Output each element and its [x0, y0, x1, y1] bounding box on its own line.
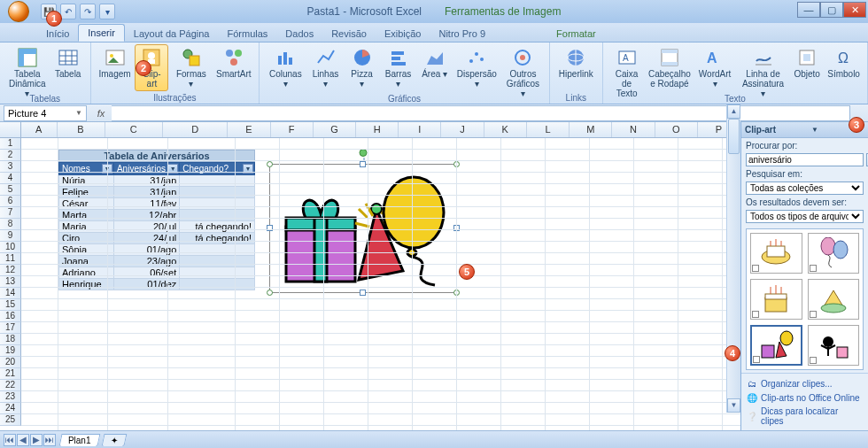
sheet-nav-last[interactable]: ⏭ — [43, 434, 56, 446]
row-header[interactable]: 6 — [0, 196, 21, 207]
ribbon-dispersao[interactable]: Dispersão ▾ — [453, 44, 500, 91]
scroll-down-icon[interactable]: ▼ — [727, 398, 740, 413]
qat-dropdown[interactable]: ▾ — [99, 4, 115, 19]
row-header[interactable]: 10 — [0, 242, 21, 253]
tab-revisão[interactable]: Revisão — [322, 26, 376, 42]
row-header[interactable]: 11 — [0, 253, 21, 265]
ribbon-barras[interactable]: Barras ▾ — [381, 44, 416, 91]
tab-nitro-pro-9[interactable]: Nitro Pro 9 — [430, 26, 494, 42]
row-header[interactable]: 20 — [0, 357, 21, 368]
sheet-nav-next[interactable]: ▶ — [30, 434, 43, 446]
row-header[interactable]: 23 — [0, 391, 21, 403]
link-office-online[interactable]: 🌐Clip-arts no Office Online — [747, 390, 863, 405]
table-row[interactable]: Joana23/ago — [59, 256, 255, 267]
minimize-button[interactable]: — — [797, 2, 820, 18]
new-sheet-button[interactable]: ✦ — [101, 434, 127, 446]
row-header[interactable]: 4 — [0, 173, 21, 184]
table-row[interactable]: Henrique01/dez — [59, 279, 255, 290]
table-header[interactable]: Chegando?▼ — [180, 163, 255, 175]
row-header[interactable]: 1 — [0, 138, 21, 150]
row-header[interactable]: 5 — [0, 184, 21, 196]
col-header[interactable]: D — [163, 122, 228, 137]
table-header[interactable]: Aniversários▼ — [113, 163, 179, 175]
tab-inserir[interactable]: Inserir — [78, 24, 125, 42]
result-thumb[interactable] — [750, 233, 802, 274]
result-thumb-selected[interactable] — [750, 325, 802, 366]
ribbon-imagem[interactable]: Imagem — [97, 44, 134, 81]
sheet-nav-prev[interactable]: ◀ — [17, 434, 29, 446]
col-header[interactable]: N — [612, 122, 655, 137]
ribbon-linha-assinatura[interactable]: Linha deAssinatura ▾ — [738, 44, 788, 101]
row-header[interactable]: 9 — [0, 230, 21, 242]
taskpane-dropdown-icon[interactable]: ▼ — [811, 126, 818, 134]
col-header[interactable]: C — [105, 122, 164, 137]
col-header[interactable]: M — [570, 122, 612, 137]
ribbon-area[interactable]: Área ▾ — [418, 44, 452, 81]
result-thumb[interactable] — [808, 325, 860, 366]
ribbon-cabecalho-rodape[interactable]: Cabeçalhoe Rodapé — [647, 44, 692, 91]
ribbon-smartart[interactable]: SmartArt — [213, 44, 253, 81]
result-thumb[interactable] — [750, 279, 802, 320]
col-header[interactable]: K — [484, 122, 527, 137]
row-header[interactable]: 8 — [0, 219, 21, 230]
qat-redo[interactable]: ↷ — [80, 4, 96, 19]
row-header[interactable]: 3 — [0, 161, 21, 173]
row-header[interactable]: 19 — [0, 345, 21, 357]
row-header[interactable]: 2 — [0, 150, 21, 161]
vertical-scrollbar[interactable]: ▲ ▼ — [726, 104, 740, 413]
table-row[interactable]: Marta12/abr — [59, 210, 255, 221]
result-thumb[interactable] — [808, 279, 860, 320]
row-header[interactable]: 25 — [0, 414, 21, 426]
result-thumb[interactable] — [808, 233, 860, 274]
tab-início[interactable]: Início — [37, 26, 78, 42]
row-header[interactable]: 13 — [0, 276, 21, 288]
tab-fórmulas[interactable]: Fórmulas — [219, 26, 277, 42]
ribbon-pizza[interactable]: Pizza ▾ — [345, 44, 379, 91]
table-header[interactable]: Nomes▼ — [59, 163, 114, 175]
tab-layout-da-página[interactable]: Layout da Página — [125, 26, 219, 42]
tab-dados[interactable]: Dados — [276, 26, 322, 42]
table-row[interactable]: Adriano06/set — [59, 267, 255, 279]
ribbon-hiperlink[interactable]: Hiperlink — [555, 44, 597, 81]
row-header[interactable]: 18 — [0, 334, 21, 345]
row-header[interactable]: 15 — [0, 299, 21, 311]
table-row[interactable]: Felipe31/jan — [59, 187, 255, 198]
cells-area[interactable]: Tabela de Aniversários Nomes▼Aniversário… — [21, 138, 740, 430]
resize-handle-n[interactable] — [360, 161, 366, 167]
sheet-nav-first[interactable]: ⏮ — [4, 434, 16, 446]
col-header[interactable]: O — [655, 122, 698, 137]
col-header[interactable]: G — [314, 122, 356, 137]
row-header[interactable]: 24 — [0, 403, 21, 414]
col-header[interactable]: H — [356, 122, 399, 137]
table-row[interactable]: Ciro24/jultá chegando! — [59, 233, 255, 244]
col-header[interactable]: I — [399, 122, 441, 137]
ribbon-colunas[interactable]: Colunas ▾ — [265, 44, 306, 91]
link-organize[interactable]: 🗂Organizar clipes... — [747, 376, 863, 390]
ribbon-wordart[interactable]: AWordArt ▾ — [694, 44, 736, 91]
link-tips[interactable]: ❔Dicas para localizar clipes — [747, 405, 863, 428]
maximize-button[interactable]: ▢ — [820, 2, 843, 18]
table-row[interactable]: César11/fev — [59, 198, 255, 210]
resize-handle-sw[interactable] — [267, 290, 273, 296]
col-header[interactable]: J — [441, 122, 484, 137]
close-button[interactable]: ✕ — [843, 2, 866, 18]
row-header[interactable]: 7 — [0, 207, 21, 219]
row-header[interactable]: 22 — [0, 380, 21, 391]
search-input[interactable] — [746, 153, 864, 166]
rotate-handle[interactable] — [360, 149, 368, 157]
ribbon-simbolo[interactable]: ΩSímbolo — [825, 44, 862, 81]
name-box[interactable]: Picture 4 ▼ — [4, 105, 87, 121]
qat-undo[interactable]: ↶ — [60, 4, 76, 19]
resize-handle-s[interactable] — [360, 290, 366, 296]
worksheet-grid[interactable]: ABCDEFGHIJKLMNOP 12345678910111213141516… — [0, 122, 740, 430]
col-header[interactable]: B — [58, 122, 105, 137]
row-header[interactable]: 12 — [0, 265, 21, 276]
ribbon-caixa-texto[interactable]: ACaixade Texto — [608, 44, 646, 101]
scroll-thumb[interactable] — [728, 119, 740, 154]
chevron-down-icon[interactable]: ▼ — [75, 109, 82, 117]
scroll-up-icon[interactable]: ▲ — [727, 104, 740, 119]
scope-select[interactable]: Todas as coleções — [746, 182, 864, 195]
ribbon-outros-graficos[interactable]: OutrosGráficos ▾ — [502, 44, 544, 101]
col-header[interactable]: E — [228, 122, 270, 137]
fx-icon[interactable]: fx — [90, 108, 112, 119]
